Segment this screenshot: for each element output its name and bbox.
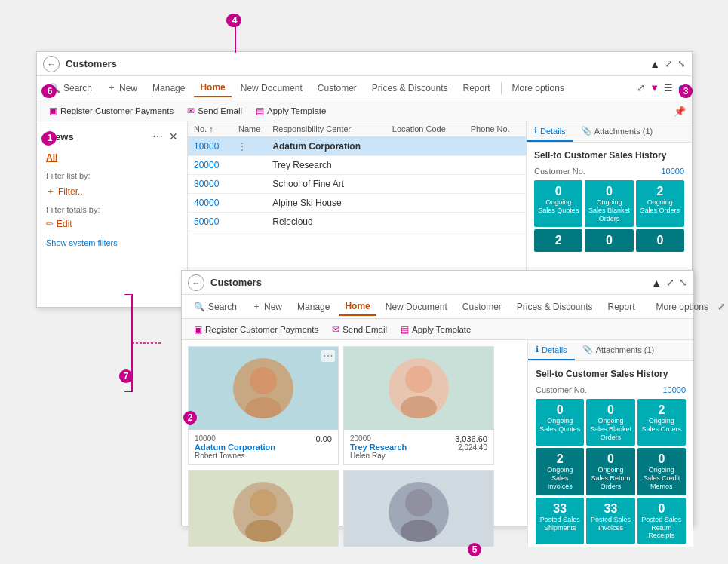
details-icon: ℹ [534, 126, 537, 136]
pin-icon[interactable]: 📌 [674, 106, 686, 117]
tab-attachments[interactable]: 📎 Attachments (1) [573, 121, 661, 142]
table-row[interactable]: 30000 School of Fine Art [188, 175, 526, 194]
tile-avatar-trey [344, 347, 493, 430]
customer-tile-4[interactable]: 40000 [343, 470, 494, 547]
second-tab-details[interactable]: ℹ Details [528, 340, 575, 360]
tile-name-adatum[interactable]: Adatum Corporation [195, 443, 275, 452]
customer-no[interactable]: 10000 [188, 137, 232, 156]
second-share-icon[interactable]: ⤢ [666, 277, 674, 288]
nav-new[interactable]: ＋ New [101, 78, 143, 97]
second-stat-invoices[interactable]: 2 Ongoing Sales Invoices [536, 448, 584, 495]
second-nav-search[interactable]: 🔍 Search [188, 299, 243, 315]
second-nav-more[interactable]: More options [650, 299, 714, 315]
table-row[interactable]: 20000 Trey Research [188, 156, 526, 175]
stat-row2-3[interactable]: 0 [636, 229, 684, 252]
row-menu-icon[interactable]: ⋮ [234, 140, 250, 152]
stat-row2-2[interactable]: 0 [585, 229, 633, 252]
second-tab-attachments[interactable]: 📎 Attachments (1) [575, 340, 662, 360]
second-detail-content: Sell-to Customer Sales History Customer … [528, 361, 693, 547]
nav-customer[interactable]: Customer [312, 80, 363, 97]
customer-no[interactable]: 50000 [188, 213, 232, 231]
svg-point-4 [250, 489, 277, 516]
add-filter-button[interactable]: ＋ Filter... [46, 185, 178, 198]
stat-row2-1[interactable]: 2 [534, 229, 582, 252]
second-nav-home[interactable]: Home [339, 298, 376, 316]
second-nav-bar: 🔍 Search ＋ New Manage Home New Document … [182, 295, 693, 319]
close-filter-icon[interactable]: ✕ [169, 130, 178, 143]
edit-button[interactable]: ✏ Edit [46, 219, 178, 229]
expand-icon[interactable]: ⤡ [677, 58, 686, 69]
tile-amount-trey: 3,036.60 [455, 434, 487, 443]
second-stat-posted-ret[interactable]: 0 Posted Sales Return Receipts [637, 498, 686, 544]
view-all-section: All [46, 150, 178, 164]
tile-more-icon[interactable]: ⋯ [321, 350, 335, 362]
customer-tile-trey[interactable]: 20000 Trey Research Helen Ray 3,036.60 2… [343, 346, 494, 465]
nav-report[interactable]: Report [457, 80, 496, 97]
customer-name: Alpine Ski House [266, 194, 386, 213]
second-back-button[interactable]: ← [188, 274, 204, 291]
second-nav-customer[interactable]: Customer [456, 299, 508, 315]
second-content-area: ⋯ 10000 Adatum Corporation Ro [182, 340, 693, 547]
table-row[interactable]: 10000 ⋮ Adatum Corporation [188, 137, 526, 156]
col-name: Name [232, 121, 266, 137]
filter-panel-header: Views ⋯ ✕ [46, 130, 178, 143]
tile-contact-trey: Helen Ray [350, 452, 407, 460]
second-apply-template-button[interactable]: ▤ Apply Template [395, 323, 477, 336]
filter-panel: Views ⋯ ✕ All Filter list by: ＋ Filter..… [37, 121, 188, 307]
customer-tile-school[interactable]: 30000 School of Fine Art Meagan Bond 53,… [188, 470, 339, 547]
customer-no[interactable]: 40000 [188, 194, 232, 213]
view-all-link[interactable]: All [46, 152, 57, 163]
stat-ongoing-quotes[interactable]: 0 Ongoing Sales Quotes [534, 180, 582, 227]
table-row[interactable]: 40000 Alpine Ski House [188, 194, 526, 213]
stat-ongoing-blanket[interactable]: 0 Ongoing Sales Blanket Orders [585, 180, 633, 227]
nav-prices-discounts[interactable]: Prices & Discounts [366, 80, 454, 97]
second-nav-new[interactable]: ＋ New [246, 297, 288, 316]
annotation-4-dup: 4 [228, 14, 241, 27]
filter-icon[interactable]: ▼ [650, 82, 659, 93]
nav-new-document[interactable]: New Document [235, 80, 309, 97]
nav-manage[interactable]: Manage [146, 80, 191, 97]
customer-no-value: 10000 [661, 167, 684, 176]
second-stat-posted-inv[interactable]: 33 Posted Sales Invoices [586, 498, 634, 544]
second-nav-manage[interactable]: Manage [291, 299, 336, 315]
second-nav-report[interactable]: Report [602, 299, 641, 315]
list-view-icon[interactable]: ☰ [664, 82, 673, 93]
second-bookmark-icon[interactable]: ▲ [651, 277, 662, 289]
second-nav-new-document[interactable]: New Document [379, 299, 453, 315]
customer-no[interactable]: 20000 [188, 156, 232, 175]
second-stat-quotes[interactable]: 0 Ongoing Sales Quotes [536, 399, 584, 446]
share-icon[interactable]: ⤢ [665, 58, 673, 69]
apply-template-button[interactable]: ▤ Apply Template [250, 104, 332, 118]
customer-no[interactable]: 30000 [188, 175, 232, 194]
send-email-button[interactable]: ✉ Send Email [181, 104, 248, 118]
tab-details[interactable]: ℹ Details [527, 121, 573, 142]
second-stats-grid: 0 Ongoing Sales Quotes 0 Ongoing Sales B… [536, 399, 686, 547]
second-stat-blanket[interactable]: 0 Ongoing Sales Blanket Orders [586, 399, 634, 446]
second-nav-prices[interactable]: Prices & Discounts [511, 299, 599, 315]
customer-tile-adatum[interactable]: ⋯ 10000 Adatum Corporation Ro [188, 346, 339, 465]
back-button[interactable]: ← [43, 56, 60, 72]
share2-icon[interactable]: ⤢ [637, 82, 645, 93]
second-expand-icon[interactable]: ⤡ [679, 277, 687, 288]
table-row[interactable]: 50000 Relecloud [188, 213, 526, 231]
nav-home[interactable]: Home [194, 79, 231, 97]
register-payments-button[interactable]: ▣ Register Customer Payments [43, 104, 180, 118]
second-stat-orders[interactable]: 2 Ongoing Sales Orders [637, 399, 686, 446]
second-register-payments-button[interactable]: ▣ Register Customer Payments [188, 323, 324, 336]
stat-ongoing-orders[interactable]: 2 Ongoing Sales Orders [636, 180, 684, 227]
bookmark-icon[interactable]: ▲ [650, 58, 660, 70]
tile-name-trey[interactable]: Trey Research [350, 443, 407, 452]
second-send-email-button[interactable]: ✉ Send Email [326, 323, 393, 336]
annotation-3-dup: 3 [679, 84, 693, 98]
second-stat-returns[interactable]: 0 Ongoing Sales Return Orders [586, 448, 634, 495]
nav-more-options[interactable]: More options [506, 80, 570, 97]
show-system-filters-link[interactable]: Show system filters [46, 238, 178, 247]
stats-grid: 0 Ongoing Sales Quotes 0 Ongoing Sales B… [534, 180, 684, 252]
second-share2-icon[interactable]: ⤢ [717, 301, 726, 312]
avatar-adatum [233, 358, 293, 418]
second-stat-credit[interactable]: 0 Ongoing Sales Credit Memos [637, 448, 686, 495]
customer-no-field: Customer No. 10000 [534, 167, 684, 176]
second-detail-panel: ℹ Details 📎 Attachments (1) Sell-to Cust… [527, 340, 693, 547]
second-stat-posted-ship[interactable]: 33 Posted Sales Shipments [536, 498, 584, 544]
views-more-icon[interactable]: ⋯ [152, 130, 163, 143]
